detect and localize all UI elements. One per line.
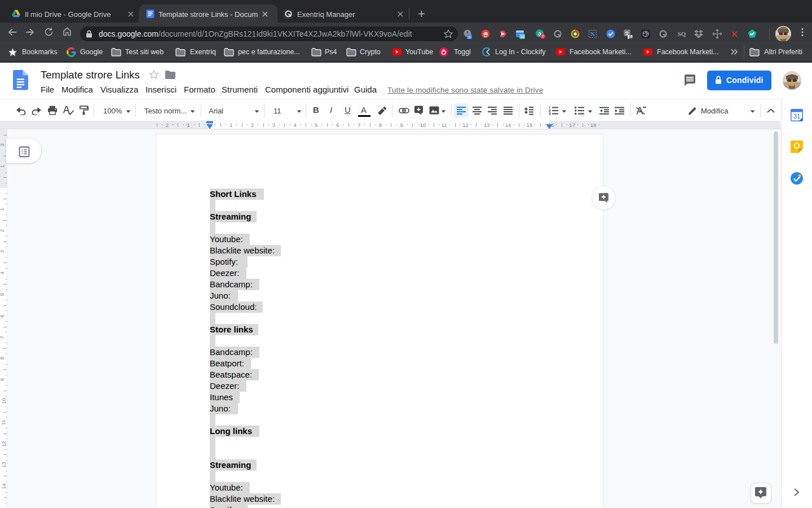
svg-text:7: 7: [542, 34, 544, 39]
svg-text:1d: 1d: [520, 34, 524, 38]
svg-text:x: x: [468, 35, 470, 39]
svg-text:SQ: SQ: [677, 30, 686, 37]
svg-text:N: N: [590, 30, 595, 37]
svg-text:K: K: [732, 30, 738, 38]
svg-text:A: A: [629, 34, 632, 38]
svg-text:31: 31: [793, 113, 800, 120]
